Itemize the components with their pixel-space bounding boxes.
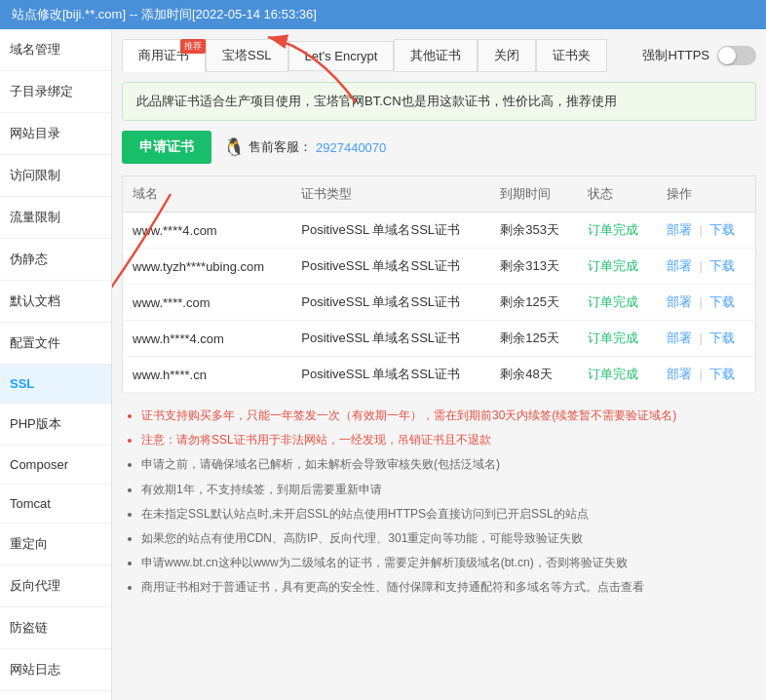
action-cell: 部署 | 下载	[657, 321, 756, 357]
sidebar-item-8[interactable]: SSL	[0, 365, 111, 404]
customer-service: 🐧 售前客服： 2927440070	[223, 136, 386, 158]
sidebar-item-11[interactable]: Tomcat	[0, 485, 111, 524]
notes-section: 证书支持购买多年，只能一年签发一次（有效期一年），需在到期前30天内续签(续签暂…	[122, 407, 756, 598]
toggle-knob	[718, 47, 736, 64]
note-item-5: 如果您的站点有使用CDN、高防IP、反向代理、301重定向等功能，可能导致验证失…	[141, 529, 756, 548]
table-row: www.h****4.comPositiveSSL 单域名SSL证书剩余125天…	[123, 321, 756, 357]
tabs-right: 强制HTTPS	[642, 46, 756, 65]
note-item-0: 证书支持购买多年，只能一年签发一次（有效期一年），需在到期前30天内续签(续签暂…	[141, 407, 756, 425]
sidebar-item-5[interactable]: 伪静态	[0, 239, 111, 281]
table-row: www.****4.comPositiveSSL 单域名SSL证书剩余353天订…	[123, 213, 756, 249]
table-cell: PositiveSSL 单域名SSL证书	[291, 285, 490, 321]
tab-1[interactable]: 宝塔SSL	[206, 39, 288, 72]
col-header: 证书类型	[291, 176, 490, 213]
table-cell: PositiveSSL 单域名SSL证书	[291, 357, 490, 393]
content-area: 商用证书推荐宝塔SSLLet's Encrypt其他证书关闭证书夹 强制HTTP…	[112, 29, 766, 700]
action-下载[interactable]: 下载	[709, 222, 735, 237]
info-banner: 此品牌证书适合生产项目使用，宝塔官网BT.CN也是用这款证书，性价比高，推荐使用	[122, 82, 756, 121]
table-cell: www.****4.com	[123, 213, 292, 249]
sidebar-item-6[interactable]: 默认文档	[0, 281, 111, 323]
table-cell: 剩余353天	[490, 213, 578, 249]
action-separator: |	[696, 294, 707, 309]
sidebar-item-0[interactable]: 域名管理	[0, 29, 111, 71]
cs-prefix: 售前客服：	[249, 138, 312, 156]
col-header: 状态	[578, 176, 656, 213]
action-下载[interactable]: 下载	[709, 367, 735, 381]
action-separator: |	[696, 258, 707, 273]
status-badge: 订单完成	[588, 294, 638, 309]
action-separator: |	[696, 367, 707, 381]
sidebar-item-13[interactable]: 反向代理	[0, 565, 111, 607]
status-cell: 订单完成	[578, 321, 656, 357]
table-cell: www.tyzh****ubing.com	[123, 249, 292, 285]
status-cell: 订单完成	[578, 285, 656, 321]
qq-icon: 🐧	[223, 136, 245, 158]
tab-3[interactable]: 其他证书	[394, 39, 478, 72]
tabs-row: 商用证书推荐宝塔SSLLet's Encrypt其他证书关闭证书夹 强制HTTP…	[122, 39, 756, 72]
table-cell: www.h****.cn	[123, 357, 292, 393]
sidebar-item-4[interactable]: 流量限制	[0, 197, 111, 239]
note-item-6: 申请www.bt.cn这种以www为二级域名的证书，需要定并解析顶级域名(bt.…	[141, 554, 756, 572]
action-separator: |	[696, 222, 707, 237]
sidebar-item-1[interactable]: 子目录绑定	[0, 71, 111, 113]
action-部署[interactable]: 部署	[667, 331, 692, 345]
action-cell: 部署 | 下载	[657, 213, 756, 249]
action-下载[interactable]: 下载	[709, 331, 735, 345]
action-部署[interactable]: 部署	[667, 258, 692, 273]
status-cell: 订单完成	[578, 213, 656, 249]
status-cell: 订单完成	[578, 249, 656, 285]
table-cell: PositiveSSL 单域名SSL证书	[291, 249, 490, 285]
sidebar-item-12[interactable]: 重定向	[0, 524, 111, 565]
force-https-toggle[interactable]	[717, 46, 756, 65]
table-cell: PositiveSSL 单域名SSL证书	[291, 321, 490, 357]
apply-cert-button[interactable]: 申请证书	[122, 131, 211, 164]
table-row: www.tyzh****ubing.comPositiveSSL 单域名SSL证…	[123, 249, 756, 285]
status-badge: 订单完成	[588, 258, 638, 273]
sidebar-item-2[interactable]: 网站目录	[0, 113, 111, 155]
title-bar: 站点修改[biji.**.com] -- 添加时间[2022-05-14 16:…	[0, 0, 766, 29]
force-https-label: 强制HTTPS	[642, 47, 709, 64]
action-下载[interactable]: 下载	[709, 258, 735, 273]
action-cell: 部署 | 下载	[657, 285, 756, 321]
table-cell: 剩余48天	[490, 357, 578, 393]
status-badge: 订单完成	[588, 367, 638, 381]
status-badge: 订单完成	[588, 222, 638, 237]
action-部署[interactable]: 部署	[667, 222, 692, 237]
info-text: 此品牌证书适合生产项目使用，宝塔官网BT.CN也是用这款证书，性价比高，推荐使用	[136, 94, 617, 108]
tab-5[interactable]: 证书夹	[536, 39, 607, 72]
action-部署[interactable]: 部署	[667, 294, 692, 309]
note-item-2: 申请之前，请确保域名已解析，如未解析会导致审核失败(包括泛域名)	[141, 455, 756, 474]
tab-2[interactable]: Let's Encrypt	[288, 41, 395, 71]
sidebar-item-3[interactable]: 访问限制	[0, 155, 111, 197]
action-cell: 部署 | 下载	[657, 357, 756, 393]
status-badge: 订单完成	[588, 331, 638, 345]
sidebar: 域名管理子目录绑定网站目录访问限制流量限制伪静态默认文档配置文件SSLPHP版本…	[0, 29, 112, 700]
table-row: www.****.comPositiveSSL 单域名SSL证书剩余125天订单…	[123, 285, 756, 321]
action-separator: |	[696, 331, 707, 345]
col-header: 操作	[657, 176, 756, 213]
table-cell: www.h****4.com	[123, 321, 292, 357]
sidebar-item-9[interactable]: PHP版本	[0, 404, 111, 446]
action-部署[interactable]: 部署	[667, 367, 692, 381]
tab-4[interactable]: 关闭	[478, 39, 536, 72]
cs-phone[interactable]: 2927440070	[316, 140, 386, 155]
sidebar-item-10[interactable]: Composer	[0, 446, 111, 485]
sidebar-item-7[interactable]: 配置文件	[0, 323, 111, 365]
sidebar-item-15[interactable]: 网站日志	[0, 649, 111, 691]
table-cell: www.****.com	[123, 285, 292, 321]
table-cell: 剩余125天	[490, 285, 578, 321]
note-item-3: 有效期1年，不支持续签，到期后需要重新申请	[141, 481, 756, 499]
cert-table: 域名证书类型到期时间状态操作 www.****4.comPositiveSSL …	[122, 175, 756, 393]
table-cell: 剩余313天	[490, 249, 578, 285]
note-item-1: 注意：请勿将SSL证书用于非法网站，一经发现，吊销证书且不退款	[141, 431, 756, 449]
action-下载[interactable]: 下载	[709, 294, 735, 309]
status-cell: 订单完成	[578, 357, 656, 393]
note-item-7: 商用证书相对于普通证书，具有更高的安全性、随付保障和支持通配符和多域名等方式。点…	[141, 578, 756, 597]
table-cell: 剩余125天	[490, 321, 578, 357]
sidebar-item-14[interactable]: 防盗链	[0, 607, 111, 649]
tab-0[interactable]: 商用证书推荐	[122, 39, 206, 72]
table-cell: PositiveSSL 单域名SSL证书	[291, 213, 490, 249]
table-row: www.h****.cnPositiveSSL 单域名SSL证书剩余48天订单完…	[123, 357, 756, 393]
col-header: 到期时间	[490, 176, 578, 213]
apply-section: 申请证书 🐧 售前客服： 2927440070	[122, 131, 756, 164]
